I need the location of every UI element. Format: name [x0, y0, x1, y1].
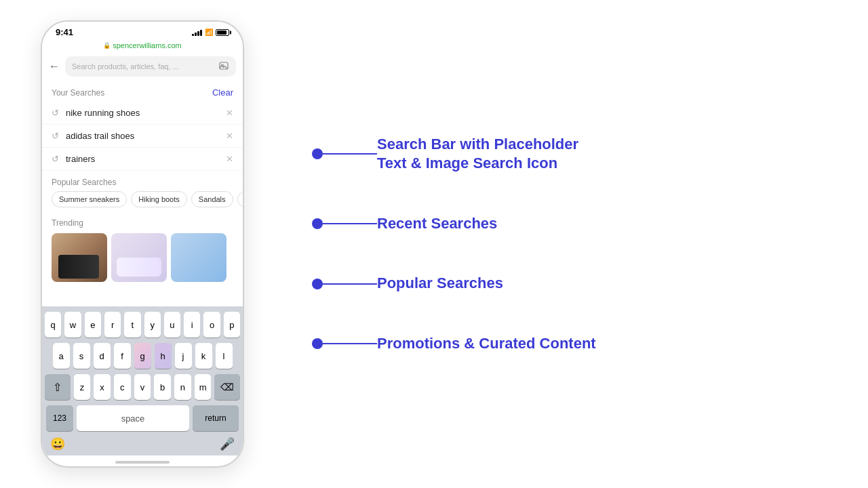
keyboard-row-2: a s d f g h j k l: [45, 343, 240, 369]
annotations-panel: Search Bar with PlaceholderText & Image …: [285, 0, 868, 488]
keyboard-row-3: ⇧ z x c v b n m ⌫: [45, 374, 240, 400]
tag-running[interactable]: Runnin...: [237, 191, 243, 207]
close-recent-2[interactable]: ✕: [226, 131, 233, 141]
annotation-line-2: [323, 223, 377, 224]
annotation-line-3: [323, 283, 377, 285]
key-v[interactable]: v: [134, 374, 151, 400]
key-c[interactable]: c: [114, 374, 131, 400]
wifi-icon: 📶: [205, 28, 213, 36]
key-i[interactable]: i: [184, 312, 200, 338]
tag-summer-sneakers[interactable]: Summer sneakers: [52, 191, 127, 207]
key-e[interactable]: e: [85, 312, 101, 338]
tag-sandals[interactable]: Sandals: [191, 191, 233, 207]
recent-icon-3: ↺: [52, 154, 59, 164]
return-key[interactable]: return: [193, 405, 239, 431]
recent-search-text-1: nike running shoes: [66, 108, 219, 118]
key-k[interactable]: k: [195, 343, 212, 369]
recent-search-item-2[interactable]: ↺ adidas trail shoes ✕: [42, 125, 243, 148]
trending-image-2[interactable]: [111, 233, 167, 282]
back-button[interactable]: ←: [49, 60, 60, 73]
key-g[interactable]: g: [134, 343, 151, 369]
key-w[interactable]: w: [64, 312, 81, 338]
trending-images-row: [42, 233, 243, 282]
shift-key[interactable]: ⇧: [45, 374, 71, 400]
annotation-text-4: Promotions & Curated Content: [377, 334, 596, 354]
recent-search-item-3[interactable]: ↺ trainers ✕: [42, 148, 243, 171]
your-searches-label: Your Searches: [52, 88, 104, 98]
num-key[interactable]: 123: [46, 405, 73, 431]
space-key[interactable]: space: [77, 405, 189, 431]
search-placeholder: Search products, articles, faq, ...: [72, 62, 214, 70]
annotation-dot-1: [312, 148, 323, 159]
tag-hiking-boots[interactable]: Hiking boots: [131, 191, 187, 207]
key-j[interactable]: j: [175, 343, 192, 369]
annotation-line-4: [323, 343, 377, 344]
key-x[interactable]: x: [94, 374, 111, 400]
key-z[interactable]: z: [74, 374, 91, 400]
annotation-line-1: [323, 153, 377, 155]
annotation-search-bar: Search Bar with PlaceholderText & Image …: [312, 135, 841, 174]
url-bar: 🔒 spencerwilliams.com: [42, 40, 243, 52]
key-d[interactable]: d: [94, 343, 111, 369]
key-u[interactable]: u: [164, 312, 180, 338]
annotation-text-1: Search Bar with PlaceholderText & Image …: [377, 135, 578, 174]
keyboard-emoji-row: 😀 🎤: [45, 435, 240, 453]
key-b[interactable]: b: [154, 374, 171, 400]
keyboard-row-bottom: 123 space return: [45, 405, 240, 431]
popular-tags-row: Summer sneakers Hiking boots Sandals Run…: [42, 191, 243, 214]
home-bar: [115, 461, 170, 464]
phone-mockup: 9:41 📶 🔒 spencerwilliams.com: [41, 20, 244, 468]
keyboard: q w e r t y u i o p a s d f g h j k: [42, 306, 243, 455]
recent-search-text-2: adidas trail shoes: [66, 131, 219, 141]
image-search-icon[interactable]: [218, 61, 229, 72]
annotation-dot-3: [312, 279, 323, 289]
annotation-popular-searches: Popular Searches: [312, 274, 841, 293]
key-o[interactable]: o: [203, 312, 220, 338]
key-t[interactable]: t: [124, 312, 140, 338]
your-searches-header: Your Searches Clear: [42, 81, 243, 102]
annotation-text-3: Popular Searches: [377, 274, 503, 293]
annotation-recent-searches: Recent Searches: [312, 214, 841, 234]
search-input-wrapper[interactable]: Search products, articles, faq, ...: [65, 56, 236, 77]
trending-label: Trending: [42, 214, 243, 233]
status-bar: 9:41 📶: [42, 22, 243, 40]
status-icons: 📶: [192, 28, 229, 36]
battery-icon: [216, 29, 229, 36]
recent-search-item-1[interactable]: ↺ nike running shoes ✕: [42, 102, 243, 125]
key-p[interactable]: p: [224, 312, 240, 338]
key-n[interactable]: n: [174, 374, 191, 400]
annotation-text-2: Recent Searches: [377, 214, 497, 234]
key-y[interactable]: y: [144, 312, 161, 338]
home-indicator: [42, 455, 243, 466]
recent-icon-2: ↺: [52, 131, 59, 141]
status-time: 9:41: [56, 27, 73, 37]
clear-button[interactable]: Clear: [212, 87, 233, 98]
key-a[interactable]: a: [53, 343, 70, 369]
close-recent-1[interactable]: ✕: [226, 108, 233, 118]
key-m[interactable]: m: [195, 374, 212, 400]
trending-image-3[interactable]: [171, 233, 226, 282]
key-l[interactable]: l: [216, 343, 233, 369]
key-h[interactable]: h: [155, 343, 172, 369]
signal-icon: [192, 29, 202, 36]
close-recent-3[interactable]: ✕: [226, 154, 233, 164]
search-bar-row: ← Search products, articles, faq, ...: [42, 52, 243, 81]
recent-icon-1: ↺: [52, 108, 59, 118]
key-q[interactable]: q: [45, 312, 61, 338]
annotation-promotions: Promotions & Curated Content: [312, 334, 841, 354]
lock-icon: 🔒: [103, 42, 111, 49]
phone-container: 9:41 📶 🔒 spencerwilliams.com: [0, 0, 285, 488]
key-s[interactable]: s: [73, 343, 90, 369]
emoji-key[interactable]: 😀: [50, 436, 65, 451]
annotation-dot-4: [312, 338, 323, 349]
key-r[interactable]: r: [104, 312, 121, 338]
keyboard-row-1: q w e r t y u i o p: [45, 312, 240, 338]
popular-searches-label: Popular Searches: [42, 171, 243, 191]
mic-key[interactable]: 🎤: [220, 436, 235, 451]
key-f[interactable]: f: [114, 343, 131, 369]
trending-image-1[interactable]: [52, 233, 107, 282]
annotation-dot-2: [312, 218, 323, 229]
url-text: 🔒 spencerwilliams.com: [103, 41, 181, 49]
backspace-key[interactable]: ⌫: [214, 374, 240, 400]
recent-search-text-3: trainers: [66, 154, 219, 164]
